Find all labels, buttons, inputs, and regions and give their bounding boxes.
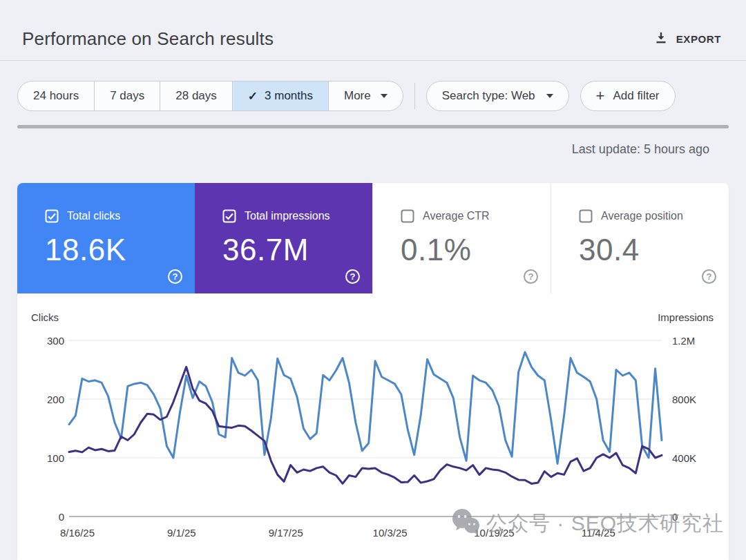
card-value: 0.1% (401, 233, 551, 267)
filter-bar: 24 hours 7 days 28 days ✓ 3 months More … (0, 61, 746, 112)
chip-24-hours[interactable]: 24 hours (18, 81, 95, 110)
vertical-divider (414, 83, 415, 109)
export-label: EXPORT (676, 33, 721, 45)
checkbox-checked-icon[interactable] (222, 209, 236, 223)
checkmark-icon: ✓ (248, 89, 258, 104)
card-value: 18.6K (45, 233, 195, 267)
chart-plot-area[interactable] (17, 293, 729, 560)
chip-7-days[interactable]: 7 days (95, 81, 160, 110)
card-label: Average CTR (423, 210, 490, 222)
chip-label: 3 months (265, 89, 313, 103)
add-filter-button[interactable]: + Add filter (580, 81, 676, 111)
help-icon[interactable]: ? (168, 269, 182, 284)
chip-more[interactable]: More (329, 81, 403, 110)
chevron-down-icon (546, 94, 553, 98)
download-icon (654, 31, 668, 47)
chip-28-days[interactable]: 28 days (160, 81, 233, 110)
card-total-clicks[interactable]: Total clicks 18.6K ? (17, 183, 195, 293)
chevron-down-icon (381, 94, 388, 98)
card-value: 36.7M (222, 233, 372, 267)
chip-label: 24 hours (33, 89, 79, 103)
card-value: 30.4 (579, 233, 729, 267)
help-icon[interactable]: ? (524, 269, 538, 284)
card-label: Average position (601, 210, 683, 222)
chip-label: More (344, 89, 371, 103)
chip-label: 28 days (175, 89, 217, 103)
plus-icon: + (596, 88, 605, 104)
help-icon[interactable]: ? (702, 269, 716, 284)
search-type-label: Search type: Web (442, 89, 535, 103)
chip-label: 7 days (110, 89, 144, 103)
page-header: Performance on Search results EXPORT (0, 0, 746, 61)
metric-cards-row: Total clicks 18.6K ? Total impressions 3… (17, 183, 729, 293)
card-label: Total clicks (67, 210, 120, 222)
section-divider (17, 125, 729, 128)
checkbox-checked-icon[interactable] (45, 209, 59, 223)
export-button[interactable]: EXPORT (654, 31, 721, 47)
series-line-total-clicks[interactable] (69, 352, 662, 464)
date-range-chip-group: 24 hours 7 days 28 days ✓ 3 months More (17, 81, 403, 111)
search-console-performance-page: Performance on Search results EXPORT 24 … (0, 0, 746, 560)
card-label: Total impressions (245, 210, 330, 222)
last-update-text: Last update: 5 hours ago (572, 142, 709, 157)
checkbox-unchecked-icon[interactable] (401, 209, 414, 223)
page-title: Performance on Search results (22, 28, 274, 50)
card-average-position[interactable]: Average position 30.4 ? (551, 183, 729, 293)
performance-panel: Total clicks 18.6K ? Total impressions 3… (17, 183, 729, 560)
help-icon[interactable]: ? (345, 269, 360, 284)
add-filter-label: Add filter (613, 89, 659, 103)
series-line-total-impressions[interactable] (69, 367, 662, 483)
performance-chart: Clicks Impressions 3002001000 1.2M800K40… (17, 293, 729, 560)
chip-3-months[interactable]: ✓ 3 months (233, 81, 329, 110)
card-average-ctr[interactable]: Average CTR 0.1% ? (372, 183, 551, 293)
checkbox-unchecked-icon[interactable] (579, 209, 593, 223)
search-type-dropdown[interactable]: Search type: Web (426, 81, 569, 111)
card-total-impressions[interactable]: Total impressions 36.7M ? (195, 183, 372, 293)
